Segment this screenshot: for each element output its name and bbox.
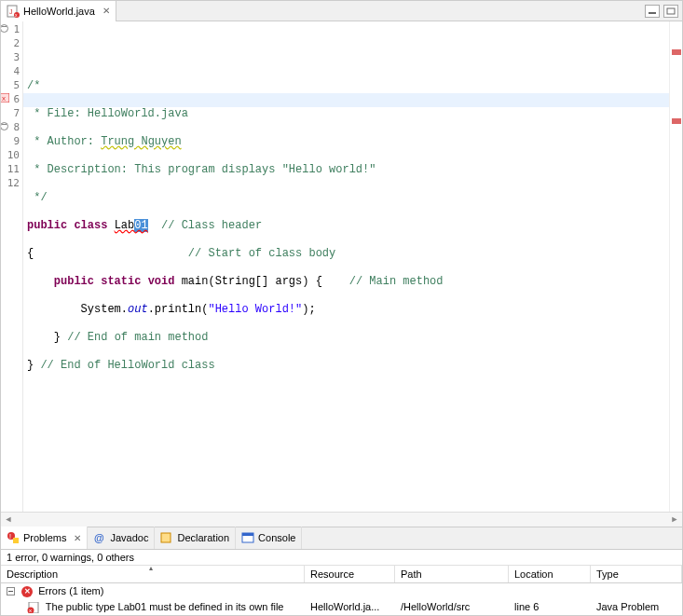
column-type[interactable]: Type: [591, 566, 682, 582]
java-error-icon: x: [27, 602, 40, 613]
view-tab-bar: ! Problems ✕ @ Javadoc Declaration Conso…: [1, 527, 682, 550]
console-icon: [241, 531, 254, 544]
svg-rect-14: [242, 533, 253, 536]
error-marker-icon[interactable]: [672, 118, 681, 124]
line-number: 10: [1, 149, 22, 163]
code-content: /* * File: HelloWorld.java * Author: Tru…: [27, 65, 665, 429]
group-label: Errors (1 item): [38, 585, 103, 596]
problem-description: The public type Lab01 must be defined in…: [46, 601, 284, 612]
close-tab-icon[interactable]: ✕: [102, 6, 110, 16]
collapse-toggle-icon[interactable]: [7, 587, 15, 595]
problem-resource: HelloWorld.ja...: [305, 600, 395, 614]
problem-path: /HelloWorld/src: [395, 600, 509, 614]
overview-ruler[interactable]: [669, 21, 682, 512]
editor-tab-bar: Jx HelloWorld.java ✕: [1, 1, 682, 21]
svg-text:@: @: [94, 532, 104, 543]
line-number: 3: [1, 51, 22, 65]
problems-status: 1 error, 0 warnings, 0 others: [1, 550, 682, 566]
line-number: 4: [1, 65, 22, 79]
problem-location: line 6: [509, 600, 591, 614]
sort-indicator-icon: ▴: [149, 564, 153, 572]
java-file-icon: Jx: [7, 5, 20, 18]
problem-type: Java Problem: [591, 600, 682, 614]
horizontal-scrollbar[interactable]: ◄ ►: [1, 512, 682, 527]
svg-rect-4: [649, 12, 656, 14]
declaration-icon: [160, 531, 173, 544]
error-marker-icon[interactable]: x: [1, 93, 9, 103]
line-number: 11: [1, 163, 22, 177]
fold-toggle-icon[interactable]: [1, 23, 9, 33]
editor-body: x 1 2 3 4 5 6 7 8 9 10 11 12 /* * File: …: [1, 21, 682, 512]
column-resource[interactable]: Resource: [305, 566, 395, 582]
tab-label: Javadoc: [110, 532, 148, 543]
column-path[interactable]: Path: [395, 566, 509, 582]
svg-text:x: x: [29, 608, 32, 613]
editor-tab[interactable]: Jx HelloWorld.java ✕: [1, 1, 116, 21]
svg-text:J: J: [9, 8, 13, 15]
minimize-button[interactable]: [645, 5, 660, 18]
tab-title: HelloWorld.java: [23, 6, 95, 17]
svg-text:x: x: [2, 94, 6, 103]
tab-console[interactable]: Console: [236, 527, 302, 549]
error-icon: ✕: [21, 586, 33, 597]
error-marker-icon[interactable]: [672, 49, 681, 55]
table-row[interactable]: x The public type Lab01 must be defined …: [1, 599, 682, 615]
line-number-gutter[interactable]: x 1 2 3 4 5 6 7 8 9 10 11 12: [1, 21, 23, 512]
tab-label: Console: [258, 532, 295, 543]
editor-pane: Jx HelloWorld.java ✕ x 1 2 3 4 5 6 7 8 9…: [0, 0, 683, 527]
svg-rect-5: [667, 8, 675, 14]
tab-javadoc[interactable]: @ Javadoc: [88, 527, 155, 549]
editor-toolbar-right: [645, 5, 678, 18]
javadoc-icon: @: [93, 531, 106, 544]
svg-text:!: !: [9, 533, 11, 540]
errors-group-row[interactable]: ✕ Errors (1 item): [1, 583, 682, 599]
svg-rect-10: [13, 538, 19, 543]
column-location[interactable]: Location: [509, 566, 591, 582]
line-number: 2: [1, 37, 22, 51]
line-number: 12: [1, 177, 22, 191]
problems-table: Description▴ Resource Path Location Type…: [1, 566, 682, 615]
scroll-right-icon[interactable]: ►: [667, 513, 682, 526]
line-number: 5: [1, 79, 22, 93]
scroll-left-icon[interactable]: ◄: [1, 513, 16, 526]
tab-label: Declaration: [177, 532, 229, 543]
bottom-panel: ! Problems ✕ @ Javadoc Declaration Conso…: [0, 527, 683, 616]
tab-problems[interactable]: ! Problems ✕: [1, 527, 88, 549]
tab-declaration[interactable]: Declaration: [155, 527, 236, 549]
line-number: 7: [1, 107, 22, 121]
close-tab-icon[interactable]: ✕: [74, 533, 81, 543]
svg-rect-12: [161, 533, 171, 542]
maximize-button[interactable]: [663, 5, 678, 18]
column-description[interactable]: Description▴: [1, 566, 305, 582]
code-editor[interactable]: /* * File: HelloWorld.java * Author: Tru…: [23, 21, 669, 512]
line-number: 9: [1, 135, 22, 149]
table-header: Description▴ Resource Path Location Type: [1, 566, 682, 583]
tab-label: Problems: [23, 532, 66, 543]
fold-toggle-icon[interactable]: [1, 121, 9, 130]
problems-icon: !: [7, 531, 20, 544]
